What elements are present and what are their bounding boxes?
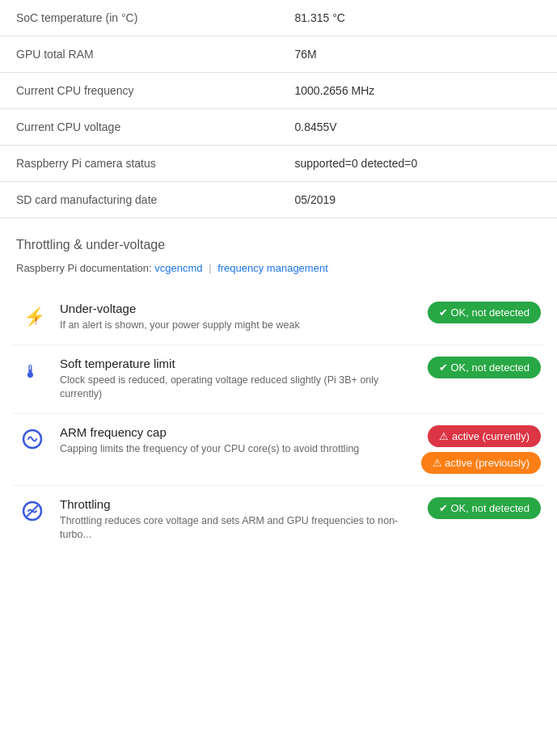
doc-line: Raspberry Pi documentation: vcgencmd | f… — [0, 259, 557, 290]
badge-orange: ⚠ active (previously) — [421, 452, 541, 474]
status-title-under-voltage: Under-voltage — [60, 302, 410, 315]
table-row: Current CPU frequency 1000.2656 MHz — [0, 73, 557, 109]
table-cell-label: Current CPU frequency — [0, 73, 279, 109]
status-content-arm-freq-cap: ARM frequency cap Capping limits the fre… — [60, 425, 410, 457]
status-badges-under-voltage: ✔ OK, not detected — [421, 302, 541, 323]
freq-management-link[interactable]: frequency management — [217, 262, 328, 274]
table-row: Raspberry Pi camera status supported=0 d… — [0, 146, 557, 182]
table-cell-label: Raspberry Pi camera status — [0, 146, 279, 182]
status-desc-arm-freq-cap: Capping limits the frequency of your CPU… — [60, 442, 410, 457]
info-table: SoC temperature (in °C) 81.315 °C GPU to… — [0, 0, 557, 218]
table-cell-value: 1000.2656 MHz — [279, 73, 558, 109]
status-item-throttling: Throttling Throttling reduces core volta… — [13, 486, 544, 554]
doc-prefix: Raspberry Pi documentation: — [16, 262, 154, 274]
status-content-throttling: Throttling Throttling reduces core volta… — [60, 497, 410, 543]
status-desc-soft-temp-limit: Clock speed is reduced, operating voltag… — [60, 374, 410, 402]
table-row: GPU total RAM 76M — [0, 36, 557, 73]
badge-green: ✔ OK, not detected — [428, 302, 541, 323]
table-cell-value: 76M — [279, 36, 558, 73]
status-desc-under-voltage: If an alert is shown, your power supply … — [60, 319, 410, 333]
status-badges-throttling: ✔ OK, not detected — [421, 497, 541, 519]
doc-separator: | — [209, 262, 211, 274]
table-row: SD card manufacturing date 05/2019 — [0, 182, 557, 218]
table-cell-label: GPU total RAM — [0, 36, 279, 73]
lightning-icon: ⚡ ! — [16, 302, 49, 327]
status-title-throttling: Throttling — [60, 497, 410, 511]
status-title-soft-temp-limit: Soft temperature limit — [60, 357, 410, 370]
table-cell-value: 0.8455V — [279, 109, 558, 146]
badge-green: ✔ OK, not detected — [428, 497, 541, 519]
temp-icon: 🌡 — [16, 357, 49, 382]
status-badges-soft-temp-limit: ✔ OK, not detected — [421, 357, 541, 378]
table-cell-label: Current CPU voltage — [0, 109, 279, 146]
table-cell-label: SoC temperature (in °C) — [0, 0, 279, 36]
table-cell-label: SD card manufacturing date — [0, 182, 279, 218]
status-title-arm-freq-cap: ARM frequency cap — [60, 425, 410, 439]
table-cell-value: supported=0 detected=0 — [279, 146, 558, 182]
section-heading: Throttling & under-voltage — [0, 225, 557, 259]
status-badges-arm-freq-cap: ⚠ active (currently)⚠ active (previously… — [421, 425, 541, 474]
status-item-arm-freq-cap: ARM frequency cap Capping limits the fre… — [13, 414, 544, 486]
svg-text:!: ! — [35, 315, 37, 327]
badge-red: ⚠ active (currently) — [428, 425, 541, 447]
svg-text:⚡: ⚡ — [23, 306, 44, 327]
vcgencmd-link[interactable]: vcgencmd — [154, 262, 202, 274]
status-item-under-voltage: ⚡ ! Under-voltage If an alert is shown, … — [13, 290, 544, 345]
badge-green: ✔ OK, not detected — [428, 357, 541, 378]
status-content-under-voltage: Under-voltage If an alert is shown, your… — [60, 302, 410, 333]
status-content-soft-temp-limit: Soft temperature limit Clock speed is re… — [60, 357, 410, 402]
table-row: Current CPU voltage 0.8455V — [0, 109, 557, 146]
svg-text:🌡: 🌡 — [22, 361, 40, 382]
table-row: SoC temperature (in °C) 81.315 °C — [0, 0, 557, 36]
status-item-soft-temp-limit: 🌡 Soft temperature limit Clock speed is … — [13, 345, 544, 414]
throttle-icon — [16, 497, 49, 523]
table-cell-value: 81.315 °C — [279, 0, 558, 36]
table-cell-value: 05/2019 — [279, 182, 558, 218]
status-items-container: ⚡ ! Under-voltage If an alert is shown, … — [0, 290, 557, 554]
status-desc-throttling: Throttling reduces core voltage and sets… — [60, 514, 410, 543]
freq-icon — [16, 425, 49, 451]
